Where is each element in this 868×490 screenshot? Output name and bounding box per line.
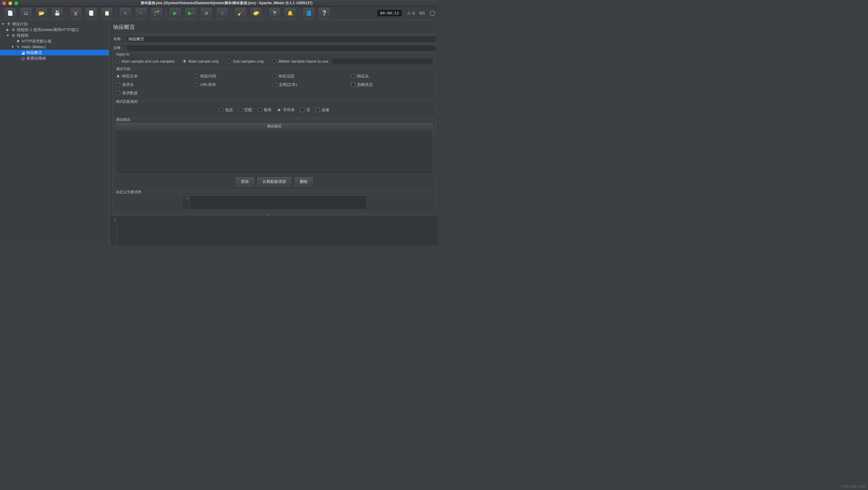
rule-radio[interactable]: 相等 bbox=[258, 107, 272, 113]
radio-icon bbox=[272, 59, 276, 63]
tree-node[interactable]: ▼✎Hello JMeter2 bbox=[0, 44, 109, 50]
tree-item-label: HTTP请求默认值 bbox=[22, 38, 52, 44]
horizontal-splitter[interactable]: ▴▴┄┄┄┄┄┄┄ bbox=[111, 214, 438, 217]
tree-item-label: 线程组-1 使用Jmeter调用HTTP接口 bbox=[17, 27, 79, 33]
save-button[interactable]: 💾 bbox=[52, 8, 63, 19]
wand-button[interactable]: 🪄 bbox=[151, 8, 162, 19]
ignore-status-check[interactable]: 忽略状态 bbox=[351, 82, 433, 87]
test-field-radio[interactable]: 文档(文本) bbox=[273, 82, 351, 87]
apply-to-radio[interactable]: Sub-samples only bbox=[227, 59, 264, 64]
remove-button[interactable]: － bbox=[135, 8, 147, 19]
rule-radio[interactable]: 包括 bbox=[219, 107, 233, 113]
apply-to-radio[interactable]: Main sample and sub-samples bbox=[116, 59, 175, 64]
shutdown-button[interactable]: ⊘ bbox=[217, 8, 227, 19]
test-plan-tree[interactable]: ▼⚗测试计划▶⚙线程组-1 使用Jmeter调用HTTP接口▼⚙线程组✖HTTP… bbox=[0, 20, 109, 245]
apply-to-fieldset: Apply to: Main sample and sub-samplesMai… bbox=[113, 55, 436, 67]
radio-icon bbox=[116, 91, 120, 95]
rule-check[interactable]: 否 bbox=[300, 107, 310, 113]
function-helper-button[interactable]: 📘 bbox=[303, 8, 314, 19]
failure-message-editor[interactable]: 1 bbox=[182, 195, 367, 210]
test-field-radio[interactable]: 响应信息 bbox=[273, 73, 351, 79]
clear-button[interactable]: 🧹 bbox=[235, 8, 246, 19]
rule-check[interactable]: 或者 bbox=[315, 107, 330, 113]
tree-node[interactable]: ▼⚙线程组 bbox=[0, 33, 109, 38]
test-field-radio[interactable]: 响应代码 bbox=[194, 73, 273, 79]
comment-input[interactable] bbox=[127, 45, 436, 52]
test-field-radio[interactable]: 响应文本 bbox=[116, 73, 194, 79]
test-field-radio[interactable]: 请求数据 bbox=[116, 90, 194, 96]
add-from-clipboard-button[interactable]: 从剪贴板添加 bbox=[257, 177, 291, 186]
radio-label: 相等 bbox=[264, 107, 272, 113]
apply-to-radio[interactable]: Main sample only bbox=[182, 59, 219, 64]
test-field-radio[interactable]: 响应头 bbox=[351, 73, 433, 79]
tree-node[interactable]: ✖HTTP请求默认值 bbox=[0, 38, 109, 44]
patterns-table[interactable]: 测试模式 bbox=[116, 123, 433, 174]
search-button[interactable]: 🔭 bbox=[269, 8, 280, 19]
tree-item-icon: ✎ bbox=[16, 44, 21, 50]
tree-toggle-icon[interactable]: ▼ bbox=[6, 34, 10, 37]
copy-button[interactable]: 📑 bbox=[86, 8, 97, 19]
radio-label: Sub-samples only bbox=[233, 59, 264, 64]
minimize-window-button[interactable] bbox=[8, 1, 12, 5]
reset-search-button[interactable]: 🔔 bbox=[285, 8, 296, 19]
test-field-fieldset: 测试字段 响应文本响应代码响应信息响应头请求头URL样本文档(文本)忽略状态请求… bbox=[113, 69, 436, 100]
name-label: 名称: bbox=[113, 35, 127, 43]
rule-radio[interactable]: 匹配 bbox=[239, 107, 252, 113]
radio-label: 请求数据 bbox=[122, 90, 138, 96]
tree-node[interactable]: ◪响应断言 bbox=[0, 50, 109, 56]
add-pattern-button[interactable]: 添加 bbox=[236, 177, 254, 186]
elapsed-time: 00:00:13 bbox=[377, 9, 402, 17]
new-file-button[interactable]: 📄 bbox=[5, 8, 16, 19]
radio-label: JMeter Variable Name to use bbox=[278, 59, 328, 64]
radio-label: URL样本 bbox=[200, 82, 216, 87]
radio-label: Main sample only bbox=[188, 59, 219, 64]
radio-label: 请求头 bbox=[122, 82, 134, 87]
radio-label: 响应文本 bbox=[122, 73, 138, 79]
tree-node[interactable]: ◫察看结果树 bbox=[0, 56, 109, 61]
add-button[interactable]: ＋ bbox=[120, 8, 131, 19]
panel-heading: 响应断言 bbox=[113, 21, 436, 34]
clear-all-button[interactable]: 🧽 bbox=[251, 8, 261, 19]
templates-button[interactable]: 🗂 bbox=[21, 8, 31, 19]
stop-button[interactable]: ⏹ bbox=[201, 8, 212, 19]
rule-radio[interactable]: 字符串 bbox=[277, 107, 295, 113]
close-window-button[interactable] bbox=[2, 1, 6, 5]
failure-message-fieldset: 自定义失败消息 1 bbox=[113, 192, 436, 212]
test-field-radio[interactable]: URL样本 bbox=[194, 82, 273, 87]
start-button[interactable]: ▶ bbox=[170, 8, 181, 19]
tree-toggle-icon[interactable]: ▼ bbox=[11, 45, 14, 49]
radio-label: 字符串 bbox=[283, 107, 295, 113]
delete-pattern-button[interactable]: 删除 bbox=[295, 177, 313, 186]
thread-count: 0/1 bbox=[420, 11, 425, 16]
test-field-radio[interactable]: 请求头 bbox=[116, 82, 194, 87]
radio-label: 文档(文本) bbox=[279, 82, 297, 87]
radio-icon bbox=[277, 108, 281, 112]
jmeter-variable-input[interactable] bbox=[332, 58, 433, 64]
checkbox-icon bbox=[351, 83, 355, 87]
check-label: 否 bbox=[306, 107, 310, 113]
apply-to-radio[interactable]: JMeter Variable Name to use bbox=[272, 59, 328, 64]
log-gutter: 1 bbox=[111, 217, 117, 245]
tree-node[interactable]: ▼⚗测试计划 bbox=[0, 21, 109, 27]
name-input[interactable] bbox=[127, 36, 436, 42]
radio-icon bbox=[239, 108, 243, 112]
tree-item-label: Hello JMeter2 bbox=[22, 44, 46, 49]
warning-count[interactable]: ⚠0 bbox=[407, 11, 415, 16]
tree-toggle-icon[interactable]: ▼ bbox=[1, 22, 5, 26]
zoom-window-button[interactable] bbox=[14, 1, 18, 5]
radio-icon bbox=[182, 59, 187, 63]
tree-item-icon: ⚙ bbox=[11, 33, 16, 38]
paste-button[interactable]: 📋 bbox=[101, 8, 113, 19]
help-button[interactable]: ❔ bbox=[319, 8, 330, 19]
radio-icon bbox=[351, 74, 355, 78]
tree-node[interactable]: ▶⚙线程组-1 使用Jmeter调用HTTP接口 bbox=[0, 27, 109, 33]
checkbox-icon bbox=[315, 108, 320, 112]
cut-button[interactable]: ✂️ bbox=[70, 8, 81, 19]
radio-icon bbox=[273, 83, 277, 87]
radio-icon bbox=[116, 83, 120, 87]
toolbar: 📄 🗂 📂 💾 ✂️ 📑 📋 ＋ － 🪄 ▶ ▶✎ ⏹ ⊘ 🧹 🧽 🔭 🔔 📘 … bbox=[0, 7, 438, 20]
start-no-pause-button[interactable]: ▶✎ bbox=[185, 8, 196, 19]
tree-toggle-icon[interactable]: ▶ bbox=[6, 28, 10, 31]
open-button[interactable]: 📂 bbox=[36, 8, 47, 19]
log-panel[interactable]: 1 bbox=[111, 217, 438, 245]
